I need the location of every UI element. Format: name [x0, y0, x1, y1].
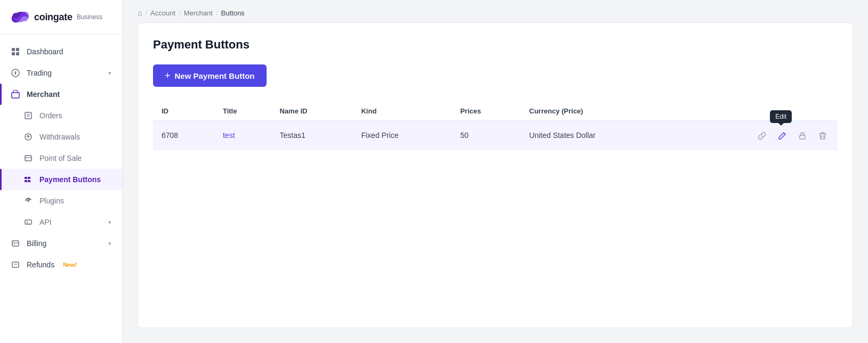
svg-rect-6 — [25, 112, 31, 119]
logo-badge: Business — [77, 13, 103, 21]
col-title: Title — [214, 102, 271, 121]
link-action-button[interactable] — [756, 128, 768, 142]
sidebar-item-label: Withdrawals — [39, 133, 80, 141]
svg-rect-12 — [25, 177, 27, 179]
withdrawals-icon — [23, 132, 33, 142]
breadcrumb: ⌂ / Account / Merchant / Buttons — [123, 0, 868, 22]
sidebar-item-label: Plugins — [39, 197, 64, 205]
sidebar-item-trading[interactable]: Trading ▾ — [0, 62, 122, 84]
sidebar-item-label: Point of Sale — [39, 154, 82, 162]
sidebar-item-label: Trading — [27, 69, 52, 77]
cell-id: 6708 — [153, 121, 214, 150]
breadcrumb-current: Buttons — [221, 9, 245, 17]
chevron-down-icon: ▾ — [108, 70, 111, 77]
plugins-icon — [23, 196, 33, 206]
svg-rect-3 — [16, 52, 19, 55]
svg-rect-10 — [25, 156, 31, 161]
breadcrumb-merchant[interactable]: Merchant — [184, 9, 213, 17]
svg-rect-23 — [800, 135, 805, 139]
svg-rect-1 — [16, 48, 19, 51]
payment-buttons-icon — [23, 175, 33, 184]
sidebar-item-payment-buttons[interactable]: Payment Buttons — [0, 169, 122, 190]
dashboard-icon — [11, 47, 20, 56]
sidebar-item-label: Refunds — [27, 260, 54, 269]
refunds-icon — [11, 260, 20, 270]
delete-action-button[interactable] — [816, 128, 829, 142]
sidebar-item-label: Orders — [39, 111, 62, 120]
page-title: Payment Buttons — [153, 38, 838, 52]
cell-name-id: Testas1 — [271, 121, 352, 150]
sidebar-item-label: Payment Buttons — [39, 175, 101, 184]
table-row: 6708 test Testas1 Fixed Price 50 United … — [153, 121, 838, 150]
svg-rect-15 — [28, 180, 30, 182]
merchant-icon — [11, 89, 20, 99]
col-name-id: Name ID — [271, 102, 352, 121]
actions-container: Edit — [681, 128, 829, 142]
svg-rect-17 — [25, 220, 31, 224]
sidebar: coingate Business Dashboard Trading ▾ Me… — [0, 0, 123, 343]
sidebar-item-merchant[interactable]: Merchant — [0, 84, 122, 105]
sidebar-item-label: API — [39, 218, 52, 226]
sidebar-logo: coingate Business — [0, 0, 122, 35]
breadcrumb-separator: / — [216, 9, 218, 17]
sidebar-navigation: Dashboard Trading ▾ Merchant Orders — [0, 35, 122, 343]
sidebar-item-point-of-sale[interactable]: Point of Sale — [0, 148, 122, 169]
home-icon[interactable]: ⌂ — [138, 9, 142, 17]
cell-kind: Fixed Price — [352, 121, 452, 150]
sidebar-item-dashboard[interactable]: Dashboard — [0, 41, 122, 62]
svg-rect-13 — [28, 177, 30, 179]
sidebar-item-label: Dashboard — [27, 47, 63, 56]
svg-rect-5 — [12, 93, 19, 98]
edit-action-button[interactable]: Edit — [776, 128, 789, 142]
cell-currency: United States Dollar — [521, 121, 673, 150]
cell-title: test — [214, 121, 271, 150]
chevron-down-icon: ▾ — [108, 219, 111, 226]
sidebar-item-withdrawals[interactable]: Withdrawals — [0, 126, 122, 148]
col-kind: Kind — [352, 102, 452, 121]
new-payment-button[interactable]: + New Payment Button — [153, 64, 267, 87]
plus-icon: + — [165, 71, 171, 80]
chevron-down-icon: ▾ — [108, 240, 111, 247]
breadcrumb-account[interactable]: Account — [150, 9, 175, 17]
sidebar-item-orders[interactable]: Orders — [0, 105, 122, 126]
col-prices: Prices — [452, 102, 520, 121]
table-header: ID Title Name ID Kind Prices Currency (P… — [153, 102, 838, 121]
new-payment-button-label: New Payment Button — [175, 71, 255, 80]
pos-icon — [23, 153, 33, 163]
sidebar-item-label: Merchant — [27, 90, 60, 99]
sidebar-item-label: Billing — [27, 239, 46, 248]
svg-rect-18 — [12, 241, 19, 246]
svg-rect-21 — [12, 262, 19, 267]
sidebar-item-plugins[interactable]: Plugins — [0, 190, 122, 211]
svg-rect-2 — [12, 52, 15, 55]
sidebar-item-api[interactable]: API ▾ — [0, 211, 122, 233]
logo-text: coingate — [34, 12, 73, 23]
sidebar-item-billing[interactable]: Billing ▾ — [0, 233, 122, 254]
orders-icon — [23, 111, 33, 120]
svg-rect-14 — [25, 180, 27, 182]
new-badge: New! — [63, 262, 77, 268]
sidebar-item-refunds[interactable]: Refunds New! — [0, 254, 122, 275]
trading-icon — [11, 68, 20, 78]
col-id: ID — [153, 102, 214, 121]
title-link[interactable]: test — [223, 131, 235, 140]
table-body: 6708 test Testas1 Fixed Price 50 United … — [153, 121, 838, 150]
coingate-logo-icon — [11, 10, 30, 24]
billing-icon — [11, 239, 20, 248]
cell-actions: Edit — [672, 121, 838, 150]
content-card: Payment Buttons + New Payment Button ID … — [138, 22, 853, 328]
cell-prices: 50 — [452, 121, 520, 150]
svg-point-16 — [27, 200, 29, 202]
payment-buttons-table: ID Title Name ID Kind Prices Currency (P… — [153, 102, 838, 150]
api-icon — [23, 217, 33, 227]
svg-rect-0 — [12, 48, 15, 51]
breadcrumb-separator: / — [145, 9, 147, 17]
breadcrumb-separator: / — [179, 9, 181, 17]
lock-action-button[interactable] — [796, 128, 809, 142]
col-currency: Currency (Price) — [521, 102, 673, 121]
col-actions — [672, 102, 838, 121]
main-content: ⌂ / Account / Merchant / Buttons Payment… — [123, 0, 868, 343]
